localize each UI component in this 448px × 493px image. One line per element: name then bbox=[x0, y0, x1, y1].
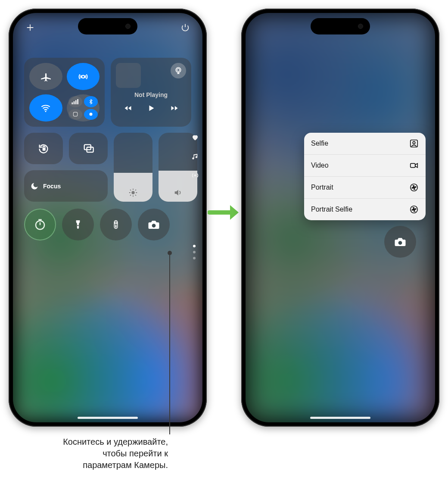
menu-item-label: Selfie bbox=[311, 140, 328, 147]
svg-point-19 bbox=[115, 227, 116, 228]
camera-context-menu: Selfie Video Portrait Portrait Selfie bbox=[304, 133, 426, 220]
music-icon bbox=[191, 153, 199, 160]
home-indicator[interactable] bbox=[310, 417, 370, 419]
svg-rect-24 bbox=[411, 163, 415, 167]
brightness-slider[interactable] bbox=[114, 133, 152, 202]
svg-point-23 bbox=[413, 141, 415, 144]
sun-icon bbox=[128, 188, 138, 197]
svg-point-18 bbox=[115, 225, 116, 226]
phone-right: Selfie Video Portrait Portrait Selfie bbox=[241, 9, 439, 427]
airplane-mode-toggle[interactable] bbox=[29, 63, 62, 90]
power-button[interactable] bbox=[179, 22, 191, 34]
home-indicator[interactable] bbox=[78, 417, 138, 419]
airplay-button[interactable] bbox=[171, 63, 186, 78]
svg-point-27 bbox=[398, 241, 402, 245]
add-control-button[interactable] bbox=[24, 22, 36, 34]
svg-rect-10 bbox=[43, 147, 46, 150]
dynamic-island bbox=[311, 18, 370, 34]
media-controls[interactable]: Not Playing bbox=[111, 58, 191, 127]
svg-point-15 bbox=[77, 225, 78, 226]
menu-item-label: Video bbox=[311, 162, 329, 169]
svg-point-8 bbox=[176, 68, 181, 73]
camera-menu-selfie[interactable]: Selfie bbox=[304, 133, 426, 154]
connectivity-more[interactable] bbox=[67, 94, 100, 122]
remote-button[interactable] bbox=[100, 209, 132, 240]
callout-line: чтобы перейти к bbox=[13, 448, 168, 459]
menu-item-label: Portrait bbox=[311, 184, 333, 191]
svg-rect-22 bbox=[411, 140, 418, 147]
svg-point-7 bbox=[89, 113, 92, 116]
album-art bbox=[116, 63, 141, 88]
aperture-icon bbox=[409, 183, 419, 192]
svg-point-20 bbox=[152, 224, 156, 228]
svg-point-21 bbox=[195, 175, 196, 176]
heart-icon bbox=[191, 134, 199, 141]
svg-rect-5 bbox=[77, 99, 78, 104]
video-icon bbox=[409, 161, 419, 170]
svg-point-13 bbox=[131, 191, 134, 194]
now-playing-status: Not Playing bbox=[134, 91, 168, 98]
connectivity-group[interactable] bbox=[24, 58, 105, 127]
vpn-icon bbox=[68, 109, 82, 120]
camera-button[interactable] bbox=[138, 209, 170, 240]
phone-left: Not Playing bbox=[9, 9, 207, 427]
person-square-icon bbox=[409, 139, 419, 148]
moon-icon bbox=[30, 182, 39, 190]
svg-point-0 bbox=[82, 75, 85, 78]
camera-menu-portrait-selfie[interactable]: Portrait Selfie bbox=[304, 198, 426, 220]
svg-point-1 bbox=[45, 111, 47, 112]
dynamic-island bbox=[78, 18, 137, 34]
airdrop-toggle[interactable] bbox=[67, 63, 100, 90]
callout-line: Коснитесь и удерживайте, bbox=[13, 436, 168, 448]
camera-menu-video[interactable]: Video bbox=[304, 154, 426, 176]
svg-point-17 bbox=[115, 222, 117, 224]
transition-arrow-icon bbox=[208, 203, 240, 222]
svg-point-9 bbox=[177, 69, 180, 72]
svg-rect-3 bbox=[73, 101, 75, 104]
svg-rect-2 bbox=[72, 102, 73, 104]
svg-rect-4 bbox=[75, 100, 77, 104]
focus-button[interactable]: Focus bbox=[24, 170, 108, 202]
camera-button[interactable] bbox=[384, 226, 416, 258]
cellular-icon bbox=[68, 96, 82, 107]
orientation-lock-toggle[interactable] bbox=[24, 133, 63, 164]
speaker-icon bbox=[173, 188, 183, 197]
bluetooth-icon bbox=[84, 96, 98, 107]
play-button[interactable] bbox=[146, 103, 156, 113]
callout-caption: Коснитесь и удерживайте, чтобы перейти к… bbox=[13, 436, 168, 471]
satellite-icon bbox=[84, 109, 98, 120]
svg-rect-6 bbox=[73, 112, 77, 116]
callout-leader-line bbox=[169, 253, 170, 434]
menu-item-label: Portrait Selfie bbox=[311, 206, 352, 213]
screen-mirroring-button[interactable] bbox=[69, 133, 108, 164]
side-indicators bbox=[191, 134, 199, 179]
page-dots[interactable] bbox=[193, 245, 196, 259]
timer-button[interactable] bbox=[24, 209, 56, 240]
wifi-toggle[interactable] bbox=[29, 94, 62, 122]
flashlight-button[interactable] bbox=[62, 209, 94, 240]
focus-label: Focus bbox=[43, 183, 61, 190]
aperture-icon bbox=[409, 205, 419, 214]
rewind-button[interactable] bbox=[123, 104, 133, 112]
forward-button[interactable] bbox=[169, 104, 180, 112]
callout-line: параметрам Камеры. bbox=[13, 459, 168, 471]
hotspot-icon bbox=[191, 172, 199, 179]
camera-menu-portrait[interactable]: Portrait bbox=[304, 176, 426, 198]
